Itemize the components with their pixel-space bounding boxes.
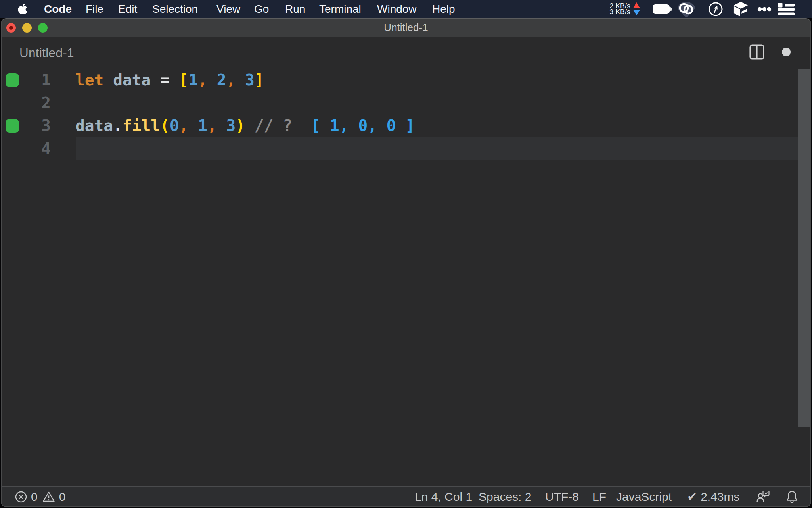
menu-item-window[interactable]: Window <box>377 0 417 18</box>
perf-time: 2.43ms <box>701 490 739 504</box>
editor-header: Untitled-1 <box>2 37 810 67</box>
macos-menu-bar: Code FileEditSelectionViewGoRunTerminalW… <box>0 0 812 18</box>
code-line-4[interactable]: 4 <box>2 137 810 160</box>
line-number: 4 <box>2 137 51 160</box>
code-editor[interactable]: 1let data = [1, 2, 3]23data.fill(0, 1, 3… <box>2 67 810 488</box>
ellipsis-icon[interactable] <box>757 0 772 18</box>
split-editor-icon[interactable] <box>749 44 764 60</box>
status-encoding[interactable]: UTF-8 <box>545 487 579 506</box>
network-speed-indicator[interactable]: 2 KB/s 3 KB/s <box>586 0 640 18</box>
line-number: 1 <box>2 69 51 92</box>
code-text: let data = [1, 2, 3] <box>75 69 264 92</box>
compass-icon[interactable] <box>708 0 723 18</box>
status-bar: 0 0 Ln 4, Col 1Spaces: 2UTF-8LFJavaScrip… <box>2 486 810 506</box>
menu-item-help[interactable]: Help <box>432 0 455 18</box>
status-language-mode[interactable]: JavaScript <box>616 487 672 506</box>
status-eol[interactable]: LF <box>592 487 606 506</box>
unsaved-changes-dot[interactable] <box>782 48 791 56</box>
status-indentation[interactable]: Spaces: 2 <box>479 487 531 506</box>
menu-item-view[interactable]: View <box>216 0 240 18</box>
window-title: Untitled-1 <box>2 19 810 37</box>
network-download-speed: 3 KB/s <box>586 9 630 15</box>
hotspot-rings-icon[interactable] <box>676 0 696 18</box>
editor-file-label[interactable]: Untitled-1 <box>19 46 74 60</box>
code-line-1[interactable]: 1let data = [1, 2, 3] <box>2 69 810 92</box>
cube-icon[interactable] <box>733 0 748 18</box>
window-title-bar[interactable]: Untitled-1 <box>2 19 810 37</box>
line-number: 3 <box>2 114 51 137</box>
errors-count[interactable]: 0 <box>31 490 38 504</box>
status-cursor-position[interactable]: Ln 4, Col 1 <box>415 487 472 506</box>
code-lines: 1let data = [1, 2, 3]23data.fill(0, 1, 3… <box>2 69 810 160</box>
menu-item-run[interactable]: Run <box>285 0 305 18</box>
code-line-2[interactable]: 2 <box>2 92 810 115</box>
code-line-3[interactable]: 3data.fill(0, 1, 3) // ? [ 1, 0, 0 ] <box>2 114 810 137</box>
menu-item-edit[interactable]: Edit <box>118 0 137 18</box>
warnings-icon[interactable] <box>42 491 55 502</box>
check-icon: ✔ <box>687 490 697 504</box>
warnings-count[interactable]: 0 <box>59 490 66 504</box>
line-number: 2 <box>2 92 51 115</box>
apple-menu-icon[interactable] <box>17 0 28 18</box>
code-text: data.fill(0, 1, 3) // ? [ 1, 0, 0 ] <box>75 114 415 137</box>
menu-item-go[interactable]: Go <box>254 0 269 18</box>
quokka-perf-indicator[interactable]: ✔ 2.43ms <box>687 487 740 506</box>
vscode-window: Untitled-1 Untitled-1 1let data = [1, 2,… <box>1 18 811 507</box>
menu-item-terminal[interactable]: Terminal <box>319 0 361 18</box>
notifications-bell-icon[interactable] <box>786 487 798 506</box>
scrollbar-thumb[interactable] <box>798 69 810 427</box>
list-icon[interactable] <box>778 0 795 18</box>
menu-app-name[interactable]: Code <box>44 0 72 18</box>
battery-icon[interactable] <box>652 0 672 18</box>
editor-scrollbar[interactable] <box>798 67 810 488</box>
download-arrow-icon <box>633 10 640 15</box>
menu-item-file[interactable]: File <box>86 0 103 18</box>
feedback-icon[interactable] <box>756 487 770 506</box>
errors-icon[interactable] <box>15 491 27 503</box>
upload-arrow-icon <box>633 2 640 8</box>
menu-item-selection[interactable]: Selection <box>152 0 198 18</box>
